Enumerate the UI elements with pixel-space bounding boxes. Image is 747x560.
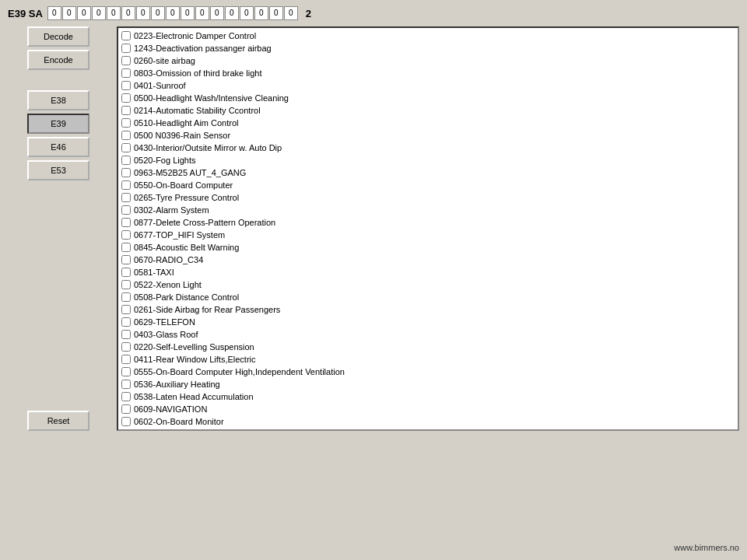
list-item: 0609-NAVIGATION <box>118 403 738 415</box>
checklist-panel: 0223-Electronic Damper Control1243-Deact… <box>117 26 739 431</box>
list-item: 0536-Auxiliary Heating <box>118 378 738 390</box>
checkbox-0522[interactable] <box>121 280 131 289</box>
label-0677: 0677-TOP_HIFI System <box>134 230 225 240</box>
checkbox-0411[interactable] <box>121 355 131 364</box>
hex-box-16[interactable]: 0 <box>284 6 298 20</box>
label-0403: 0403-Glass Roof <box>134 330 198 339</box>
page-title: E39 SA <box>8 8 43 19</box>
hex-box-4[interactable]: 0 <box>107 6 121 20</box>
left-panel: Decode Encode E38 E39 E46 E53 Reset <box>8 26 109 431</box>
checkbox-0555[interactable] <box>121 367 131 376</box>
label-0581: 0581-TAXI <box>134 268 174 277</box>
label-0538: 0538-Laten Head Accumulation <box>134 392 254 401</box>
checkbox-0403[interactable] <box>121 330 131 339</box>
checkbox-1243[interactable] <box>121 44 131 53</box>
hex-box-0[interactable]: 0 <box>47 6 61 20</box>
hex-box-15[interactable]: 0 <box>269 6 283 20</box>
hex-box-12[interactable]: 0 <box>225 6 239 20</box>
checkbox-0538[interactable] <box>121 392 131 401</box>
e53-button[interactable]: E53 <box>27 160 89 180</box>
checkbox-0602[interactable] <box>121 417 131 426</box>
checkbox-0963[interactable] <box>121 168 131 177</box>
list-item: 0670-RADIO_C34 <box>118 254 738 266</box>
list-item: 0500 N0396-Rain Sensor <box>118 129 738 142</box>
hex-box-10[interactable]: 0 <box>195 6 209 20</box>
label-0260: 0260-site airbag <box>134 56 195 65</box>
hex-box-9[interactable]: 0 <box>181 6 195 20</box>
checkbox-0214[interactable] <box>121 106 131 115</box>
decode-button[interactable]: Decode <box>27 26 89 47</box>
label-0261: 0261-Side Airbag for Rear Passengers <box>134 305 280 314</box>
checkbox-0500[interactable] <box>121 93 131 103</box>
checkbox-0260[interactable] <box>121 56 131 65</box>
checkbox-0430[interactable] <box>121 143 131 152</box>
checkbox-0629[interactable] <box>121 317 131 327</box>
hex-box-11[interactable]: 0 <box>210 6 224 20</box>
label-0214: 0214-Automatic Stability Ccontrol <box>134 106 261 115</box>
reset-button[interactable]: Reset <box>27 411 89 431</box>
checkbox-0508[interactable] <box>121 292 131 302</box>
list-item: 0260-site airbag <box>118 54 738 67</box>
checkbox-0677[interactable] <box>121 230 131 240</box>
checkbox-0220[interactable] <box>121 342 131 352</box>
label-0430: 0430-Interior/Outsite Mirror w. Auto Dip <box>134 143 282 152</box>
list-item: 0214-Automatic Stability Ccontrol <box>118 104 738 117</box>
label-0877: 0877-Delete Cross-Pattern Operation <box>134 218 275 227</box>
checkbox-0401[interactable] <box>121 81 131 90</box>
hex-box-2[interactable]: 0 <box>77 6 91 20</box>
list-item: 0265-Tyre Pressure Control <box>118 191 738 204</box>
checkbox-0609[interactable] <box>121 404 131 414</box>
hex-box-3[interactable]: 0 <box>92 6 106 20</box>
checklist-scroll[interactable]: 0223-Electronic Damper Control1243-Deact… <box>118 28 738 429</box>
label-0803: 0803-Omission of third brake light <box>134 68 261 78</box>
checkbox-0536[interactable] <box>121 380 131 389</box>
list-item: 0629-TELEFON <box>118 316 738 328</box>
footer: www.bimmers.no <box>674 543 739 552</box>
list-item: 0216-SERVOTRONIC <box>118 428 738 429</box>
label-0265: 0265-Tyre Pressure Control <box>134 193 239 202</box>
checkbox-0845[interactable] <box>121 243 131 252</box>
list-item: 0508-Park Distance Control <box>118 291 738 303</box>
checkbox-0550[interactable] <box>121 180 131 190</box>
checkbox-0581[interactable] <box>121 268 131 277</box>
list-item: 0261-Side Airbag for Rear Passengers <box>118 303 738 316</box>
list-item: 0602-On-Board Monitor <box>118 415 738 428</box>
label-0401: 0401-Sunroof <box>134 81 186 90</box>
label-0845: 0845-Acoustic Belt Warning <box>134 243 239 252</box>
encode-button[interactable]: Encode <box>27 50 89 70</box>
checkbox-0223[interactable] <box>121 31 131 40</box>
list-item: 0520-Fog Lights <box>118 154 738 166</box>
list-item: 0522-Xenon Light <box>118 278 738 291</box>
checkbox-0670[interactable] <box>121 255 131 264</box>
hex-box-13[interactable]: 0 <box>240 6 254 20</box>
hex-box-7[interactable]: 0 <box>151 6 165 20</box>
label-0550: 0550-On-Board Computer <box>134 180 233 190</box>
hex-box-1[interactable]: 0 <box>62 6 76 20</box>
list-item: 0411-Rear Window Lifts,Electric <box>118 353 738 366</box>
list-item: 0223-Electronic Damper Control <box>118 30 738 42</box>
label-0520: 0520-Fog Lights <box>134 156 196 165</box>
label-0508: 0508-Park Distance Control <box>134 292 239 302</box>
hex-box-8[interactable]: 0 <box>166 6 180 20</box>
e38-button[interactable]: E38 <box>27 90 89 110</box>
checkbox-0520[interactable] <box>121 156 131 165</box>
checkbox-0302[interactable] <box>121 205 131 215</box>
checkbox-0500n[interactable] <box>121 131 131 140</box>
label-0536: 0536-Auxiliary Heating <box>134 380 220 389</box>
list-item: 0430-Interior/Outsite Mirror w. Auto Dip <box>118 142 738 154</box>
label-0609: 0609-NAVIGATION <box>134 404 207 414</box>
checkbox-0261[interactable] <box>121 305 131 314</box>
e39-button[interactable]: E39 <box>27 114 89 134</box>
list-item: 0510-Headlight Aim Control <box>118 117 738 129</box>
checkbox-0510[interactable] <box>121 118 131 128</box>
list-item: 0500-Headlight Wash/Intensive Cleaning <box>118 92 738 104</box>
hex-box-14[interactable]: 0 <box>254 6 268 20</box>
label-0522: 0522-Xenon Light <box>134 280 202 289</box>
checkbox-0877[interactable] <box>121 218 131 227</box>
checkbox-0265[interactable] <box>121 193 131 202</box>
label-0220: 0220-Self-Levelling Suspension <box>134 342 254 352</box>
e46-button[interactable]: E46 <box>27 137 89 157</box>
hex-box-6[interactable]: 0 <box>136 6 150 20</box>
hex-box-5[interactable]: 0 <box>121 6 135 20</box>
checkbox-0803[interactable] <box>121 68 131 78</box>
